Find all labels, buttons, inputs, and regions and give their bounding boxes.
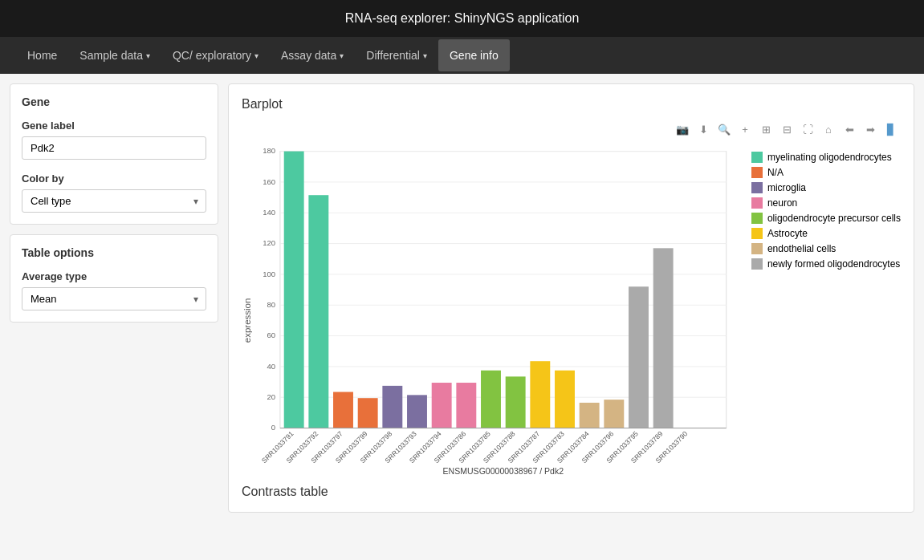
gene-label-input[interactable] [22, 136, 206, 160]
svg-text:140: 140 [263, 208, 275, 217]
legend-color-box [751, 213, 763, 224]
svg-text:120: 120 [263, 238, 275, 247]
autoscale-icon[interactable]: ⛶ [798, 120, 817, 139]
plot-toolbar: 📷 ⬇ 🔍 + ⊞ ⊟ ⛶ ⌂ ⬅ ➡ ▊ [242, 120, 901, 139]
bar-10 [506, 376, 526, 428]
barplot-svg: expression 0 20 40 [242, 144, 742, 474]
x-axis-label: ENSMUSG00000038967 / Pdk2 [443, 466, 564, 474]
svg-text:180: 180 [263, 146, 275, 155]
chart-svg-wrapper: expression 0 20 40 [242, 144, 742, 477]
legend-item: endothelial cells [751, 243, 901, 254]
bar-3 [333, 392, 353, 428]
legend-item: myelinating oligodendrocytes [751, 152, 901, 163]
legend-item: Astrocyte [751, 228, 901, 239]
chart-title: Barplot [242, 97, 901, 112]
svg-text:60: 60 [267, 331, 276, 339]
main-layout: Gene Gene label Color by Cell type ▾ Tab… [0, 74, 924, 522]
x-axis-labels: SRR1033791 SRR1033792 SRR1033797 SRR1033… [260, 429, 689, 465]
nav-differential-arrow: ▾ [423, 51, 427, 60]
camera-icon[interactable]: 📷 [673, 120, 692, 139]
svg-text:160: 160 [263, 177, 275, 186]
pan-left-icon[interactable]: ⬅ [840, 120, 859, 139]
nav-assay-arrow: ▾ [340, 51, 344, 60]
bar-12 [555, 371, 575, 428]
legend-label: newly formed oligodendrocytes [767, 258, 900, 270]
gene-panel: Gene Gene label Color by Cell type ▾ [10, 83, 218, 225]
legend-color-box [751, 228, 763, 239]
bar-7 [432, 383, 452, 428]
svg-text:0: 0 [271, 423, 275, 432]
legend-label: Astrocyte [767, 228, 808, 239]
legend-label: microglia [767, 182, 806, 193]
bar-2 [308, 195, 328, 428]
legend-color-box [751, 152, 763, 163]
nav-sample-data[interactable]: Sample data ▾ [68, 39, 161, 71]
chart-legend: myelinating oligodendrocytes N/A microgl… [751, 144, 901, 274]
nav-gene-info[interactable]: Gene info [438, 39, 510, 71]
gene-panel-title: Gene [22, 95, 206, 108]
bar-16 [653, 248, 674, 428]
contrasts-section: Contrasts table [242, 477, 901, 499]
color-by-select[interactable]: Cell type [22, 189, 206, 213]
nav-home[interactable]: Home [16, 39, 68, 71]
svg-text:40: 40 [267, 362, 276, 371]
legend-color-box [751, 243, 763, 254]
chart-area: Barplot 📷 ⬇ 🔍 + ⊞ ⊟ ⛶ ⌂ ⬅ ➡ ▊ expression [228, 83, 914, 513]
navbar: Home Sample data ▾ QC/ exploratory ▾ Ass… [0, 37, 924, 74]
svg-text:80: 80 [267, 300, 276, 309]
y-axis-label: expression [243, 298, 253, 343]
legend-label: endothelial cells [767, 243, 836, 254]
bar-chart-icon[interactable]: ▊ [881, 120, 901, 139]
svg-text:20: 20 [267, 392, 276, 401]
legend-item: microglia [751, 182, 901, 193]
legend-label: oligodendrocyte precursor cells [767, 213, 901, 224]
legend-item: oligodendrocyte precursor cells [751, 213, 901, 224]
app-title: RNA-seq explorer: ShinyNGS application [345, 11, 580, 25]
table-options-panel: Table options Average type Mean ▾ [10, 234, 218, 323]
box-zoom-icon[interactable]: ⊟ [777, 120, 796, 139]
nav-qc-arrow: ▾ [254, 51, 258, 60]
download-icon[interactable]: ⬇ [694, 120, 713, 139]
bar-6 [407, 395, 427, 428]
app-title-bar: RNA-seq explorer: ShinyNGS application [0, 0, 924, 37]
reset-icon[interactable]: ⌂ [819, 120, 838, 139]
table-options-title: Table options [22, 246, 206, 259]
bar-4 [358, 398, 378, 428]
zoom-in-icon[interactable]: + [735, 120, 755, 139]
gene-label-group: Gene label [22, 120, 206, 160]
bar-1 [284, 152, 304, 428]
bar-11 [530, 361, 550, 428]
nav-sample-data-arrow: ▾ [146, 51, 150, 60]
contrasts-title: Contrasts table [242, 485, 901, 499]
legend-label: myelinating oligodendrocytes [767, 152, 892, 163]
bar-8 [456, 383, 476, 428]
bar-15 [629, 286, 649, 428]
legend-item: neuron [751, 197, 901, 209]
nav-qc-exploratory[interactable]: QC/ exploratory ▾ [161, 39, 270, 71]
nav-assay-data[interactable]: Assay data ▾ [270, 39, 355, 71]
average-type-select[interactable]: Mean [22, 287, 206, 310]
color-by-group: Color by Cell type ▾ [22, 172, 206, 213]
legend-item: N/A [751, 167, 901, 178]
average-type-wrapper: Mean ▾ [22, 287, 206, 310]
bar-13 [580, 403, 600, 428]
legend-color-box [751, 167, 763, 178]
bar-9 [481, 371, 501, 428]
color-by-wrapper: Cell type ▾ [22, 189, 206, 213]
zoom-icon[interactable]: 🔍 [714, 120, 734, 139]
average-type-label: Average type [22, 270, 206, 282]
pan-right-icon[interactable]: ➡ [861, 120, 880, 139]
nav-differential[interactable]: Differential ▾ [355, 39, 438, 71]
legend-color-box [751, 182, 763, 193]
legend-item: newly formed oligodendrocytes [751, 258, 901, 270]
chart-container: expression 0 20 40 [242, 144, 901, 477]
svg-text:100: 100 [263, 270, 275, 278]
box-select-icon[interactable]: ⊞ [756, 120, 775, 139]
legend-color-box [751, 197, 763, 209]
average-type-group: Average type Mean ▾ [22, 270, 206, 310]
bar-14 [604, 400, 624, 428]
bar-5 [382, 386, 402, 428]
legend-color-box [751, 258, 763, 270]
gene-label-label: Gene label [22, 120, 206, 132]
sidebar: Gene Gene label Color by Cell type ▾ Tab… [10, 83, 218, 513]
